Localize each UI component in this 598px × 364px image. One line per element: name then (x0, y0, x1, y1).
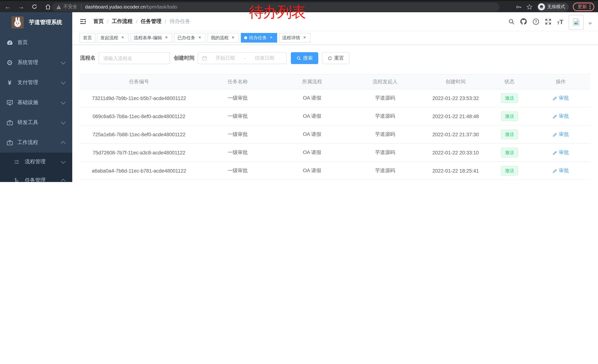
star-icon[interactable] (526, 4, 533, 10)
key-icon[interactable] (515, 4, 522, 10)
gear-icon: ⚙ (6, 59, 13, 66)
column-header: 操作 (531, 74, 590, 89)
starter-cell: 芋道源码 (347, 126, 424, 143)
action-cell: 审批 (531, 126, 590, 143)
breadcrumb-item-home[interactable]: 首页 (93, 18, 104, 25)
font-size-icon[interactable]: TT (556, 18, 564, 25)
breadcrumb-separator: / (107, 18, 108, 24)
sidebar-item-process-management[interactable]: 流程管理 (0, 153, 72, 171)
incognito-icon (538, 3, 545, 10)
approve-link[interactable]: 审批 (553, 131, 569, 138)
update-button[interactable]: 更新 (573, 3, 594, 11)
search-button-label: 搜索 (303, 55, 313, 61)
close-icon[interactable]: × (269, 35, 274, 40)
home-icon[interactable] (44, 3, 52, 11)
edit-pen-icon (553, 114, 557, 119)
sidebar-menu: 首页 ⚙ 系统管理 ¥ 支付管理 基础设施 (0, 32, 72, 182)
process-cell: OA 请假 (277, 107, 347, 125)
tab-home[interactable]: 首页 (80, 33, 95, 42)
refresh-icon (328, 56, 332, 61)
process-cell: OA 请假 (277, 126, 347, 143)
table-body: 73211d9d-7b9b-11ec-b5b7-acde48001122一级审批… (80, 89, 590, 182)
update-label: 更新 (578, 4, 587, 10)
starter-cell: 芋道源码 (347, 107, 424, 125)
close-icon[interactable]: × (302, 35, 307, 40)
reset-button[interactable]: 重置 (322, 52, 349, 64)
sidebar-item-infrastructure[interactable]: 基础设施 (0, 93, 72, 113)
breadcrumb-item-task-management[interactable]: 任务管理 (141, 18, 162, 25)
sidebar-item-devtools[interactable]: 研发工具 (0, 113, 72, 133)
breadcrumb-item-workflow[interactable]: 工作流程 (112, 18, 133, 25)
dropdown-caret-icon[interactable] (588, 23, 592, 25)
tab-label: 发起流程 (100, 33, 118, 42)
tree-icon (14, 178, 19, 182)
close-icon[interactable]: × (164, 35, 169, 40)
yen-icon: ¥ (6, 79, 13, 86)
screenshot-annotation: 待办列表 (249, 2, 305, 22)
close-icon[interactable]: × (197, 35, 202, 40)
search-icon[interactable] (507, 18, 515, 25)
column-header: 状态 (488, 74, 531, 89)
tab-label: 流程详情 (282, 33, 300, 42)
reload-icon[interactable] (30, 3, 39, 11)
forward-icon[interactable]: → (17, 3, 25, 11)
back-icon[interactable]: ← (4, 3, 12, 11)
table-row: 8f0d1619-7ac8-11ec-a9e2-a2380e71991a1.2测… (80, 180, 590, 182)
sidebar-item-task-management[interactable]: 任务管理 (0, 171, 72, 182)
column-header: 创建时间 (424, 74, 488, 89)
sidebar-item-label: 工作流程 (17, 139, 38, 146)
approve-link[interactable]: 审批 (553, 149, 569, 156)
sidebar-item-workflow[interactable]: 工作流程 (0, 133, 72, 153)
tab-done-tasks[interactable]: 已办任务 × (174, 33, 206, 42)
created-time-cell: 2022-01-22 23:53:32 (424, 89, 488, 107)
status-cell: 激活 (488, 107, 531, 125)
approve-label: 审批 (559, 167, 569, 174)
approve-link[interactable]: 审批 (553, 167, 569, 174)
starter-cell: 芋道源码 (347, 89, 424, 107)
briefcase-icon (6, 139, 13, 146)
start-date-placeholder: 开始日期 (207, 55, 243, 61)
action-cell: 审批 (531, 107, 590, 125)
tab-process-form-edit[interactable]: 流程表单-编辑 × (130, 33, 172, 42)
url-divider (81, 4, 81, 9)
starter-cell: 芋道源码 (347, 162, 424, 180)
sidebar-item-home[interactable]: 首页 (0, 32, 72, 53)
process-name-input[interactable] (99, 52, 170, 64)
edit-pen-icon (553, 150, 557, 155)
tab-process-detail[interactable]: 流程详情 × (279, 33, 310, 42)
status-cell: 激活 (488, 144, 531, 162)
tab-label: 流程表单-编辑 (134, 33, 162, 42)
github-icon[interactable] (520, 18, 527, 25)
app-title: 芋道管理系统 (29, 19, 62, 26)
task-name-cell: 一级审批 (198, 162, 277, 180)
tab-todo-tasks[interactable]: 待办任务 × (241, 33, 277, 42)
approve-link[interactable]: 审批 (553, 113, 569, 120)
sidebar-item-payment[interactable]: ¥ 支付管理 (0, 73, 72, 93)
avatar-image[interactable] (569, 15, 583, 30)
task-id-cell: 73211d9d-7b9b-11ec-b5b7-acde48001122 (80, 89, 198, 107)
logo-avatar (11, 16, 24, 29)
help-icon[interactable]: ? (532, 18, 540, 25)
close-icon[interactable]: × (120, 35, 125, 40)
security-label: 不安全 (63, 4, 77, 10)
approve-link[interactable]: 审批 (553, 95, 569, 101)
task-name-cell: 1.2 (198, 180, 277, 182)
fullscreen-icon[interactable] (544, 18, 552, 25)
date-range-picker[interactable]: 开始日期 - 结束日期 (198, 52, 287, 64)
workflow-submenu: 流程管理 任务管理 (0, 153, 72, 182)
more-vertical-icon[interactable] (590, 4, 590, 9)
tab-start-process[interactable]: 发起流程 × (97, 33, 129, 42)
tab-my-process[interactable]: 我的流程 × (208, 33, 239, 42)
chevron-down-icon (61, 59, 65, 64)
range-separator: - (243, 55, 247, 61)
hamburger-icon[interactable] (79, 18, 87, 25)
close-icon[interactable]: × (231, 35, 236, 40)
search-button[interactable]: 搜索 (291, 52, 318, 64)
monitor-icon (6, 99, 13, 106)
security-chip[interactable]: 不安全 (56, 4, 77, 10)
chevron-up-icon (61, 141, 65, 146)
end-date-placeholder: 结束日期 (246, 55, 283, 61)
url-host: dashboard.yudao.iocoder.cn (85, 4, 146, 10)
sidebar-item-system[interactable]: ⚙ 系统管理 (0, 53, 72, 73)
navbar: 首页 / 工作流程 / 任务管理 / 待办任务 ? (72, 12, 598, 31)
